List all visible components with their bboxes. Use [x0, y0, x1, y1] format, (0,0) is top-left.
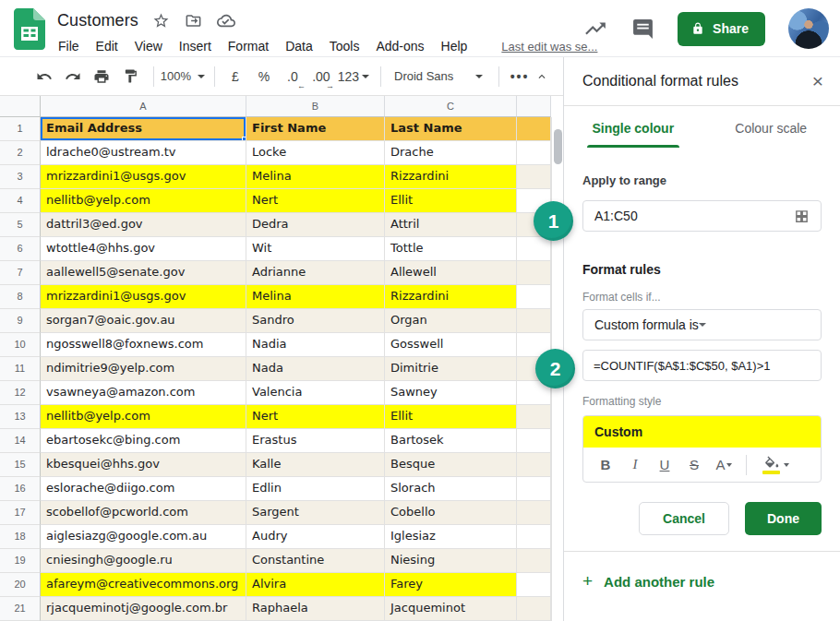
cancel-button[interactable]: Cancel: [639, 502, 729, 535]
cell-B18[interactable]: Audry: [246, 525, 385, 549]
menu-data[interactable]: Data: [284, 37, 314, 55]
cell-C3[interactable]: Rizzardini: [385, 165, 517, 189]
comment-icon[interactable]: [630, 17, 654, 41]
cell-D17[interactable]: [517, 501, 551, 525]
scrollbar-thumb[interactable]: [554, 129, 562, 164]
cell-A17[interactable]: scobellof@pcworld.com: [41, 501, 246, 525]
row-number-12[interactable]: 12: [0, 381, 41, 405]
column-header-d[interactable]: [517, 96, 551, 117]
row-number-1[interactable]: 1: [0, 117, 41, 141]
format-currency-button[interactable]: £: [222, 64, 248, 90]
decrease-decimal-button[interactable]: .0 ←: [280, 64, 306, 90]
close-icon[interactable]: ×: [812, 72, 823, 90]
cell-C19[interactable]: Niesing: [385, 549, 517, 573]
done-button[interactable]: Done: [745, 502, 822, 535]
cell-A13[interactable]: nellitb@yelp.com: [41, 405, 246, 429]
cell-B2[interactable]: Locke: [246, 141, 385, 165]
cell-B11[interactable]: Nada: [246, 357, 385, 381]
cell-D1[interactable]: [517, 117, 551, 141]
select-range-grid-icon[interactable]: [794, 209, 810, 224]
cell-D19[interactable]: [517, 549, 551, 573]
zoom-select[interactable]: 100%: [162, 64, 204, 90]
menu-edit[interactable]: Edit: [95, 37, 119, 55]
cell-C14[interactable]: Bartosek: [385, 429, 517, 453]
row-number-19[interactable]: 19: [0, 549, 41, 573]
cell-B4[interactable]: Nert: [246, 189, 385, 213]
cell-B6[interactable]: Wit: [246, 237, 385, 261]
cell-B10[interactable]: Nadia: [246, 333, 385, 357]
sheets-logo-icon[interactable]: [14, 8, 45, 50]
redo-icon[interactable]: [60, 64, 86, 90]
cell-C20[interactable]: Farey: [385, 573, 517, 597]
cell-A8[interactable]: mrizzardini1@usgs.gov: [41, 285, 246, 309]
more-formats-button[interactable]: 123: [337, 64, 370, 90]
cell-A9[interactable]: sorgan7@oaic.gov.au: [41, 309, 246, 333]
row-number-9[interactable]: 9: [0, 309, 41, 333]
cell-B17[interactable]: Sargent: [246, 501, 385, 525]
cell-A19[interactable]: cniesingh@google.ru: [41, 549, 246, 573]
tab-colour-scale[interactable]: Colour scale: [702, 106, 840, 150]
row-number-21[interactable]: 21: [0, 597, 41, 621]
condition-select[interactable]: Custom formula is: [582, 309, 822, 340]
cell-B8[interactable]: Melina: [246, 285, 385, 309]
column-header-b[interactable]: B: [246, 96, 385, 117]
cell-D14[interactable]: [517, 429, 551, 453]
cell-C9[interactable]: Organ: [385, 309, 517, 333]
cell-A4[interactable]: nellitb@yelp.com: [41, 189, 246, 213]
cell-D21[interactable]: [517, 597, 551, 621]
cell-A20[interactable]: afareym@creativecommons.org: [41, 573, 246, 597]
cell-C4[interactable]: Ellit: [385, 189, 517, 213]
cell-C2[interactable]: Drache: [385, 141, 517, 165]
print-icon[interactable]: [89, 64, 114, 90]
formula-input[interactable]: =COUNTIF($A$1:$C$50, $A1)>1: [582, 350, 822, 381]
cell-B12[interactable]: Valencia: [246, 381, 385, 405]
cell-A1[interactable]: Email Address: [41, 117, 246, 141]
cell-C18[interactable]: Iglesiaz: [385, 525, 517, 549]
document-title[interactable]: Customers: [57, 11, 138, 30]
move-to-folder-icon[interactable]: [185, 11, 203, 30]
cell-B15[interactable]: Kalle: [246, 453, 385, 477]
cell-C13[interactable]: Ellit: [385, 405, 517, 429]
cell-B9[interactable]: Sandro: [246, 309, 385, 333]
cell-B21[interactable]: Raphaela: [246, 597, 385, 621]
cell-A14[interactable]: ebartosekc@bing.com: [41, 429, 246, 453]
row-number-17[interactable]: 17: [0, 501, 41, 525]
more-toolbar-icon[interactable]: •••: [507, 64, 533, 90]
cell-A3[interactable]: mrizzardini1@usgs.gov: [41, 165, 246, 189]
cell-D13[interactable]: [517, 405, 551, 429]
fill-colour-button[interactable]: [756, 453, 793, 477]
row-number-15[interactable]: 15: [0, 453, 41, 477]
add-another-rule-button[interactable]: + Add another rule: [582, 573, 822, 590]
cell-A11[interactable]: ndimitrie9@yelp.com: [41, 357, 246, 381]
cell-A16[interactable]: eslorache@diigo.com: [41, 477, 246, 501]
cell-C11[interactable]: Dimitrie: [385, 357, 517, 381]
cell-B1[interactable]: First Name: [246, 117, 385, 141]
cell-D16[interactable]: [517, 477, 551, 501]
share-button[interactable]: Share: [678, 12, 765, 46]
cell-B5[interactable]: Dedra: [246, 213, 385, 237]
format-percent-button[interactable]: %: [251, 64, 277, 90]
row-number-13[interactable]: 13: [0, 405, 41, 429]
row-number-7[interactable]: 7: [0, 261, 41, 285]
cell-A6[interactable]: wtottle4@hhs.gov: [41, 237, 246, 261]
avatar[interactable]: [788, 8, 829, 49]
cell-C12[interactable]: Sawney: [385, 381, 517, 405]
increase-decimal-button[interactable]: .00 →: [308, 64, 334, 90]
row-number-5[interactable]: 5: [0, 213, 41, 237]
cell-B20[interactable]: Alvira: [246, 573, 385, 597]
menu-add-ons[interactable]: Add-ons: [375, 37, 425, 55]
tab-single-colour[interactable]: Single colour: [564, 106, 702, 150]
cell-C17[interactable]: Cobello: [385, 501, 517, 525]
column-header-a[interactable]: A: [41, 96, 246, 117]
row-number-6[interactable]: 6: [0, 237, 41, 261]
cell-A5[interactable]: dattril3@ed.gov: [41, 213, 246, 237]
insights-icon[interactable]: [583, 17, 607, 41]
cell-C21[interactable]: Jacqueminot: [385, 597, 517, 621]
row-number-20[interactable]: 20: [0, 573, 41, 597]
cell-A18[interactable]: aiglesiazg@google.com.au: [41, 525, 246, 549]
cell-B14[interactable]: Erastus: [246, 429, 385, 453]
cell-D8[interactable]: [517, 285, 551, 309]
cell-D15[interactable]: [517, 453, 551, 477]
italic-button[interactable]: I: [622, 453, 648, 477]
menu-tools[interactable]: Tools: [329, 37, 361, 55]
